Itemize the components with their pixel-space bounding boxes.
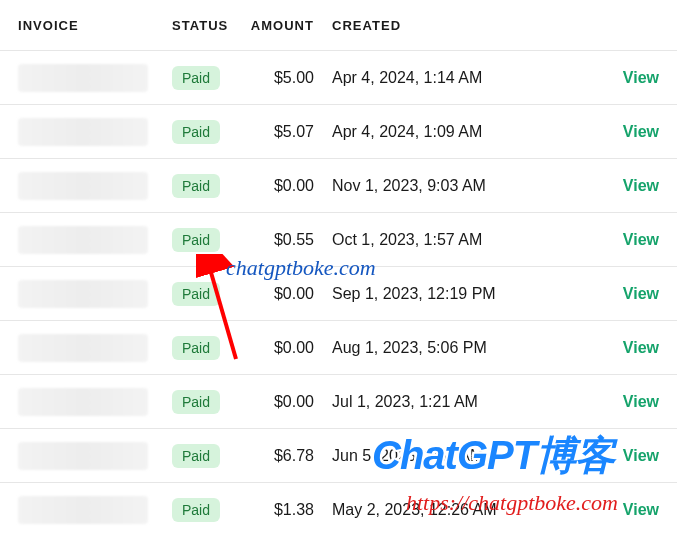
view-link[interactable]: View: [623, 177, 659, 194]
status-cell: Paid: [172, 282, 248, 306]
created-cell: Nov 1, 2023, 9:03 AM: [332, 177, 609, 195]
created-cell: Jul 1, 2023, 1:21 AM: [332, 393, 609, 411]
status-cell: Paid: [172, 390, 248, 414]
amount-cell: $5.07: [248, 123, 332, 141]
status-cell: Paid: [172, 444, 248, 468]
status-cell: Paid: [172, 174, 248, 198]
view-link[interactable]: View: [623, 69, 659, 86]
created-cell: Jun 5, 2023, 2:57 AM: [332, 447, 609, 465]
invoice-id-cell: [18, 118, 172, 146]
amount-cell: $0.00: [248, 339, 332, 357]
invoice-id-cell: [18, 64, 172, 92]
status-badge-paid: Paid: [172, 282, 220, 306]
header-status: STATUS: [172, 18, 248, 33]
view-link[interactable]: View: [623, 339, 659, 356]
status-cell: Paid: [172, 336, 248, 360]
table-row: Paid $0.55 Oct 1, 2023, 1:57 AM View: [0, 212, 677, 266]
table-row: Paid $1.38 May 2, 2023, 12:26 AM View: [0, 482, 677, 536]
status-badge-paid: Paid: [172, 120, 220, 144]
redacted-invoice-id: [18, 388, 148, 416]
view-link[interactable]: View: [623, 393, 659, 410]
created-cell: Apr 4, 2024, 1:14 AM: [332, 69, 609, 87]
table-header-row: INVOICE STATUS AMOUNT CREATED: [0, 0, 677, 50]
amount-cell: $0.00: [248, 285, 332, 303]
redacted-invoice-id: [18, 496, 148, 524]
invoice-id-cell: [18, 334, 172, 362]
redacted-invoice-id: [18, 334, 148, 362]
view-link[interactable]: View: [623, 123, 659, 140]
view-link[interactable]: View: [623, 447, 659, 464]
status-badge-paid: Paid: [172, 336, 220, 360]
redacted-invoice-id: [18, 442, 148, 470]
redacted-invoice-id: [18, 172, 148, 200]
table-row: Paid $6.78 Jun 5, 2023, 2:57 AM View: [0, 428, 677, 482]
created-cell: Aug 1, 2023, 5:06 PM: [332, 339, 609, 357]
header-created: CREATED: [332, 18, 609, 33]
created-cell: Sep 1, 2023, 12:19 PM: [332, 285, 609, 303]
redacted-invoice-id: [18, 118, 148, 146]
status-badge-paid: Paid: [172, 444, 220, 468]
status-badge-paid: Paid: [172, 174, 220, 198]
amount-cell: $5.00: [248, 69, 332, 87]
redacted-invoice-id: [18, 280, 148, 308]
redacted-invoice-id: [18, 64, 148, 92]
invoice-id-cell: [18, 280, 172, 308]
invoice-id-cell: [18, 172, 172, 200]
amount-cell: $0.00: [248, 177, 332, 195]
table-row: Paid $5.07 Apr 4, 2024, 1:09 AM View: [0, 104, 677, 158]
invoice-id-cell: [18, 496, 172, 524]
invoice-id-cell: [18, 226, 172, 254]
table-row: Paid $0.00 Sep 1, 2023, 12:19 PM View: [0, 266, 677, 320]
status-badge-paid: Paid: [172, 498, 220, 522]
table-row: Paid $5.00 Apr 4, 2024, 1:14 AM View: [0, 50, 677, 104]
header-amount: AMOUNT: [248, 18, 332, 33]
amount-cell: $0.55: [248, 231, 332, 249]
view-link[interactable]: View: [623, 231, 659, 248]
status-badge-paid: Paid: [172, 66, 220, 90]
amount-cell: $0.00: [248, 393, 332, 411]
invoice-id-cell: [18, 388, 172, 416]
table-row: Paid $0.00 Aug 1, 2023, 5:06 PM View: [0, 320, 677, 374]
invoice-table: INVOICE STATUS AMOUNT CREATED Paid $5.00…: [0, 0, 677, 536]
status-badge-paid: Paid: [172, 390, 220, 414]
status-badge-paid: Paid: [172, 228, 220, 252]
amount-cell: $6.78: [248, 447, 332, 465]
status-cell: Paid: [172, 66, 248, 90]
redacted-invoice-id: [18, 226, 148, 254]
view-link[interactable]: View: [623, 285, 659, 302]
created-cell: Oct 1, 2023, 1:57 AM: [332, 231, 609, 249]
status-cell: Paid: [172, 498, 248, 522]
header-invoice: INVOICE: [18, 18, 172, 33]
status-cell: Paid: [172, 228, 248, 252]
table-row: Paid $0.00 Nov 1, 2023, 9:03 AM View: [0, 158, 677, 212]
invoice-id-cell: [18, 442, 172, 470]
created-cell: Apr 4, 2024, 1:09 AM: [332, 123, 609, 141]
amount-cell: $1.38: [248, 501, 332, 519]
status-cell: Paid: [172, 120, 248, 144]
view-link[interactable]: View: [623, 501, 659, 518]
created-cell: May 2, 2023, 12:26 AM: [332, 501, 609, 519]
table-row: Paid $0.00 Jul 1, 2023, 1:21 AM View: [0, 374, 677, 428]
